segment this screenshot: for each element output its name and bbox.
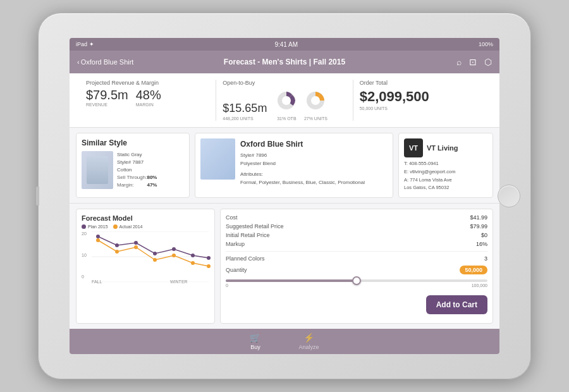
margin-stat-value: 47% bbox=[147, 181, 157, 189]
cost-value: $41.99 bbox=[470, 214, 487, 221]
svg-point-1 bbox=[282, 96, 291, 105]
margin-stat-label: Margin: bbox=[117, 181, 134, 189]
email-value: vtliving@geoport.com bbox=[410, 169, 455, 175]
stats-bar: Projected Revenue & Margin $79.5m REVENU… bbox=[70, 73, 499, 128]
svg-point-20 bbox=[207, 264, 211, 268]
similar-style-number: Style# 7887 bbox=[117, 159, 157, 166]
nav-title: Forecast - Men's Shirts | Fall 2015 bbox=[224, 58, 345, 66]
body-area: Similar Style Static Gray Style# 7887 Co… bbox=[70, 128, 499, 329]
cart-icon[interactable]: ⊡ bbox=[469, 57, 477, 67]
oxford-info: Oxford Blue Shirt Style# 7896 Polyester … bbox=[240, 138, 365, 187]
similar-style-panel: Similar Style Static Gray Style# 7887 Co… bbox=[76, 133, 190, 198]
tab-buy[interactable]: 🛒 Buy bbox=[250, 333, 260, 350]
nav-back-button[interactable]: ‹ Oxford Blue Shirt bbox=[77, 58, 133, 66]
quantity-row: Quantity 50,000 bbox=[226, 266, 487, 274]
svg-point-11 bbox=[172, 247, 176, 251]
order-total-title: Order Total bbox=[360, 80, 483, 86]
pie-charts-row: 31% OTB 27% UNITS bbox=[274, 89, 327, 121]
revenue-value: $79.5m bbox=[86, 89, 128, 101]
otb-pie-chart bbox=[274, 89, 298, 113]
revenue-label: REVENUE bbox=[86, 102, 128, 107]
plan-label: Plan 2015 bbox=[88, 224, 108, 229]
srp-label: Suggested Retail Price bbox=[226, 223, 284, 230]
quantity-badge: 50,000 bbox=[460, 266, 487, 274]
vt-panel: VT VT Living T: 408-555-0941 E: vtliving… bbox=[398, 133, 493, 198]
similar-style-info: Static Gray Style# 7887 Cotton Sell Thro… bbox=[117, 151, 157, 189]
side-button bbox=[36, 187, 39, 205]
similar-style-title: Similar Style bbox=[82, 138, 184, 147]
quantity-label: Quantity bbox=[226, 267, 247, 273]
similar-style-image bbox=[82, 151, 113, 189]
ipad-screen: iPad ✦ 9:41 AM 100% ‹ Oxford Blue Shirt … bbox=[70, 38, 499, 354]
plan-dot bbox=[82, 224, 86, 229]
oxford-material: Polyester Blend bbox=[240, 160, 365, 168]
similar-style-material: Cotton bbox=[117, 166, 157, 174]
oxford-inner: Oxford Blue Shirt Style# 7896 Polyester … bbox=[200, 138, 388, 187]
vendor-address: A: 774 Loma Vista Ave bbox=[404, 176, 487, 185]
otb-units: 448,200 UNITS bbox=[223, 116, 267, 121]
svg-point-3 bbox=[311, 96, 320, 105]
buy-label: Buy bbox=[250, 344, 260, 350]
vendor-info: T: 408-555-0941 E: vtliving@geoport.com … bbox=[404, 160, 487, 192]
x-fall-label: FALL bbox=[92, 279, 102, 284]
nav-icons: ⌕ ⊡ ⬡ bbox=[456, 57, 492, 67]
forecast-panel: Forecast Model Plan 2015 Actual 2014 bbox=[76, 209, 215, 324]
revenue-margin-section: Projected Revenue & Margin $79.5m REVENU… bbox=[80, 80, 216, 121]
ipad-shell: iPad ✦ 9:41 AM 100% ‹ Oxford Blue Shirt … bbox=[38, 13, 531, 379]
status-bar: iPad ✦ 9:41 AM 100% bbox=[70, 38, 499, 51]
svg-point-8 bbox=[115, 243, 119, 247]
revenue-block: $79.5m REVENUE bbox=[86, 89, 128, 107]
irp-label: Initial Retail Price bbox=[226, 232, 270, 238]
svg-point-10 bbox=[153, 252, 157, 255]
srp-row: Suggested Retail Price $79.99 bbox=[226, 223, 487, 230]
quantity-slider-container[interactable]: 0 100,000 bbox=[226, 279, 487, 288]
bottom-row: Forecast Model Plan 2015 Actual 2014 bbox=[70, 204, 499, 329]
slider-thumb[interactable] bbox=[352, 276, 361, 285]
oxford-title: Oxford Blue Shirt bbox=[240, 138, 365, 150]
oxford-shirt-image bbox=[200, 138, 235, 180]
cost-row: Cost $41.99 bbox=[226, 214, 487, 221]
margin-block: 48% MARGIN bbox=[136, 89, 161, 107]
svg-point-9 bbox=[134, 241, 138, 245]
oxford-attributes-label: Attributes: bbox=[240, 171, 263, 177]
forecast-legend: Plan 2015 Actual 2014 bbox=[82, 224, 209, 229]
sell-through-label: Sell Through: bbox=[117, 174, 147, 181]
home-button[interactable] bbox=[498, 185, 520, 207]
svg-point-13 bbox=[207, 256, 211, 260]
phone-label: T: bbox=[404, 161, 408, 166]
slider-track bbox=[226, 279, 487, 282]
margin-value: 48% bbox=[136, 89, 161, 101]
cost-label: Cost bbox=[226, 214, 238, 221]
forecast-chart: 20 10 0 bbox=[82, 231, 209, 282]
otb-section: Open-to-Buy $15.65m 448,200 UNITS bbox=[216, 80, 353, 121]
divider bbox=[226, 251, 487, 252]
margin-label: MARGIN bbox=[136, 102, 161, 107]
y-max-label: 20 bbox=[82, 231, 87, 236]
planned-colors-value: 3 bbox=[484, 255, 487, 262]
ipad-label: iPad ✦ bbox=[76, 41, 94, 47]
units-pie-block: 27% UNITS bbox=[303, 89, 327, 121]
sell-through-value: 80% bbox=[147, 174, 157, 181]
otb-title: Open-to-Buy bbox=[223, 80, 346, 86]
similar-style-name: Static Gray bbox=[117, 151, 157, 159]
vendor-address-line2: Los Gatos, CA 95032 bbox=[404, 184, 487, 192]
email-label: E: bbox=[404, 169, 408, 175]
vendor-name: VT Living bbox=[427, 144, 458, 152]
srp-value: $79.99 bbox=[470, 223, 487, 230]
chevron-left-icon: ‹ bbox=[77, 58, 80, 66]
back-label: Oxford Blue Shirt bbox=[81, 58, 134, 66]
add-to-cart-button[interactable]: Add to Cart bbox=[426, 295, 487, 314]
markup-row: Markup 16% bbox=[226, 241, 487, 247]
tab-analyze[interactable]: ⚡ Analyze bbox=[298, 333, 319, 350]
search-icon[interactable]: ⌕ bbox=[456, 57, 462, 67]
share-icon[interactable]: ⬡ bbox=[484, 57, 492, 67]
legend-actual: Actual 2014 bbox=[113, 224, 143, 229]
legend-plan: Plan 2015 bbox=[82, 224, 108, 229]
main-content: Projected Revenue & Margin $79.5m REVENU… bbox=[70, 73, 499, 329]
planned-colors-label: Planned Colors bbox=[226, 255, 265, 262]
battery-label: 100% bbox=[479, 41, 493, 47]
slider-min-label: 0 bbox=[226, 283, 228, 288]
address-line1: 774 Loma Vista Ave bbox=[410, 177, 451, 183]
order-total-section: Order Total $2,099,500 50,000 UNITS bbox=[353, 80, 489, 121]
otb-main-block: $15.65m 448,200 UNITS bbox=[223, 102, 267, 121]
